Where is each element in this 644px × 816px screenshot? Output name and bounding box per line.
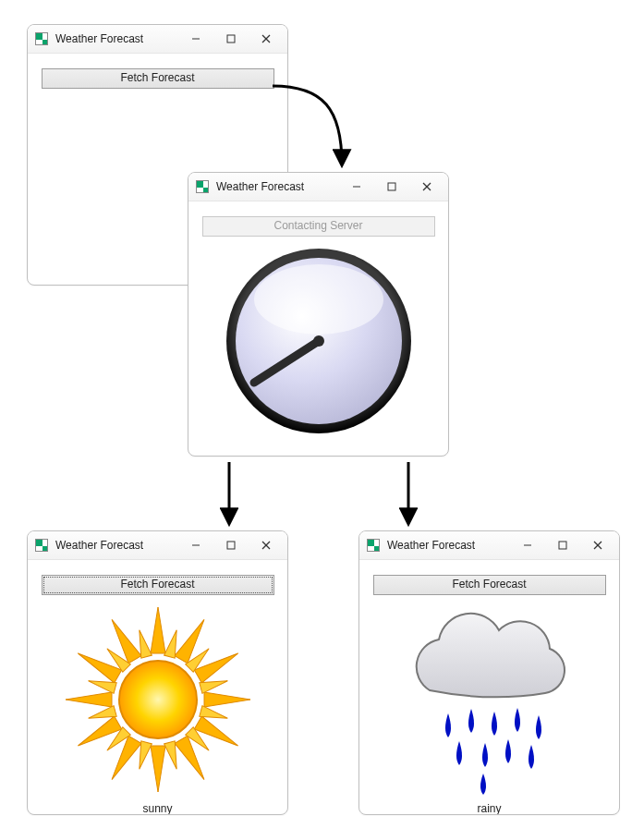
minimize-button[interactable] xyxy=(510,532,545,558)
sun-icon xyxy=(61,603,255,797)
minimize-icon xyxy=(191,541,200,550)
svg-marker-20 xyxy=(204,692,250,707)
svg-point-10 xyxy=(254,264,383,335)
close-button[interactable] xyxy=(249,26,284,52)
svg-marker-22 xyxy=(175,736,211,783)
rain-cloud-icon xyxy=(393,603,587,797)
close-icon xyxy=(593,541,602,550)
window-rainy: Weather Forecast Fetch Forecast xyxy=(358,530,620,815)
minimize-button[interactable] xyxy=(339,174,374,200)
svg-rect-5 xyxy=(388,183,395,190)
svg-marker-24 xyxy=(105,736,141,783)
client-area: Fetch Forecast xyxy=(28,54,287,98)
fetch-button[interactable]: Fetch Forecast xyxy=(42,575,274,595)
svg-marker-25 xyxy=(74,716,121,752)
maximize-icon xyxy=(387,182,396,191)
fetch-button-disabled: Contacting Server xyxy=(202,216,435,237)
window-loading: Weather Forecast Contacting Server xyxy=(188,172,449,457)
flow-arrow-loading-to-rainy xyxy=(399,460,418,529)
app-icon xyxy=(196,180,209,193)
svg-marker-21 xyxy=(194,716,241,752)
minimize-button[interactable] xyxy=(178,532,213,558)
svg-point-41 xyxy=(119,661,197,738)
window-title: Weather Forecast xyxy=(55,32,143,45)
svg-rect-1 xyxy=(227,35,235,43)
svg-marker-27 xyxy=(74,647,121,683)
svg-marker-18 xyxy=(175,615,211,663)
titlebar: Weather Forecast xyxy=(28,25,287,54)
maximize-button[interactable] xyxy=(213,532,249,558)
client-area: Fetch Forecast xyxy=(359,560,619,815)
minimize-button[interactable] xyxy=(178,26,213,52)
window-title: Weather Forecast xyxy=(55,539,143,552)
result-caption: rainy xyxy=(371,802,608,815)
svg-marker-23 xyxy=(151,746,165,792)
clock-icon xyxy=(222,244,416,438)
minimize-icon xyxy=(523,541,532,550)
titlebar: Weather Forecast xyxy=(188,173,448,201)
titlebar: Weather Forecast xyxy=(28,531,287,560)
result-caption: sunny xyxy=(39,802,276,815)
window-title: Weather Forecast xyxy=(216,180,304,193)
close-icon xyxy=(261,541,271,550)
close-icon xyxy=(422,182,431,191)
close-button[interactable] xyxy=(580,532,615,558)
minimize-icon xyxy=(352,182,361,191)
flow-arrow-initial-to-loading xyxy=(268,81,370,174)
svg-marker-19 xyxy=(194,647,241,683)
maximize-button[interactable] xyxy=(545,532,580,558)
client-area: Fetch Forecast xyxy=(28,560,287,815)
svg-marker-28 xyxy=(105,615,141,663)
maximize-button[interactable] xyxy=(213,26,249,52)
svg-rect-14 xyxy=(227,542,235,549)
close-button[interactable] xyxy=(249,532,284,558)
svg-marker-17 xyxy=(151,607,165,653)
fetch-button[interactable]: Fetch Forecast xyxy=(42,68,274,89)
maximize-icon xyxy=(226,541,236,550)
minimize-icon xyxy=(191,34,200,43)
window-title: Weather Forecast xyxy=(387,539,475,552)
maximize-icon xyxy=(226,34,236,43)
window-sunny: Weather Forecast Fetch Forecast xyxy=(27,530,288,815)
flow-arrow-loading-to-sunny xyxy=(220,460,238,529)
app-icon xyxy=(35,32,48,45)
fetch-button[interactable]: Fetch Forecast xyxy=(373,575,606,595)
app-icon xyxy=(35,539,48,552)
client-area: Contacting Server xyxy=(188,201,448,447)
svg-rect-43 xyxy=(559,542,566,549)
maximize-button[interactable] xyxy=(374,174,409,200)
maximize-icon xyxy=(558,541,567,550)
titlebar: Weather Forecast xyxy=(359,531,619,560)
app-icon xyxy=(367,539,380,552)
close-button[interactable] xyxy=(409,174,444,200)
svg-point-12 xyxy=(313,335,324,347)
close-icon xyxy=(261,34,271,43)
svg-marker-26 xyxy=(66,692,112,707)
